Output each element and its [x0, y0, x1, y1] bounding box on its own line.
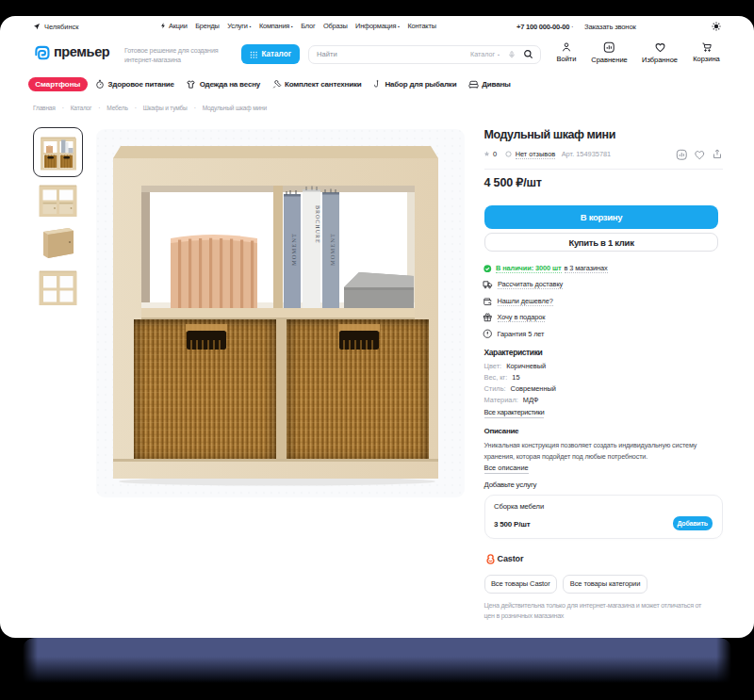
svg-text:MOMENT: MOMENT — [290, 233, 297, 266]
svg-text:MOMENT: MOMENT — [329, 233, 336, 266]
svg-text:BROCHURE: BROCHURE — [315, 205, 320, 244]
